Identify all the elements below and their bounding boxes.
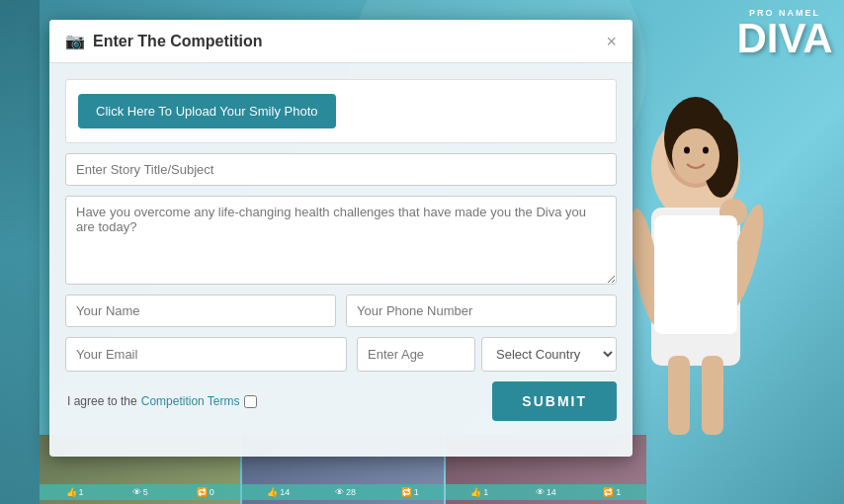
- terms-row: I agree to the Competition Terms: [65, 394, 257, 408]
- share-group-2: 🔁 1: [401, 487, 419, 497]
- upload-area: Click Here To Upload Your Smily Photo: [65, 79, 617, 143]
- thumb-icons-3: 👍 1 👁 14 🔁 1: [446, 484, 646, 500]
- like-icon-1: 👍: [66, 487, 77, 497]
- share-icon-1: 🔁: [197, 487, 208, 497]
- view-icon-1: 👁: [132, 487, 141, 497]
- view-count-1: 5: [143, 487, 148, 497]
- share-count-3: 1: [616, 487, 621, 497]
- thumb-icons-2: 👍 14 👁 28 🔁 1: [242, 484, 443, 500]
- close-button[interactable]: ×: [606, 33, 617, 50]
- svg-point-7: [703, 147, 709, 154]
- email-age-row: Select Country United States United King…: [65, 337, 617, 372]
- name-input[interactable]: [65, 294, 336, 327]
- terms-submit-row: I agree to the Competition Terms SUBMIT: [65, 381, 617, 421]
- view-group-1: 👁 5: [132, 487, 148, 497]
- like-group-1: 👍 1: [66, 487, 84, 497]
- view-icon-3: 👁: [536, 487, 545, 497]
- share-group-3: 🔁 1: [603, 487, 621, 497]
- like-count-3: 1: [483, 487, 488, 497]
- competition-modal: 📷 Enter The Competition × Click Here To …: [49, 20, 633, 457]
- logo-title: DIVA: [736, 18, 832, 59]
- terms-prefix: I agree to the: [67, 394, 137, 408]
- terms-checkbox[interactable]: [244, 395, 257, 408]
- like-count-2: 14: [280, 487, 290, 497]
- age-country-group: Select Country United States United King…: [357, 337, 617, 372]
- age-input[interactable]: [357, 337, 475, 372]
- share-icon-2: 🔁: [401, 487, 412, 497]
- country-select[interactable]: Select Country United States United King…: [481, 337, 617, 372]
- like-icon-3: 👍: [470, 487, 481, 497]
- view-icon-2: 👁: [335, 487, 344, 497]
- logo: PRO NAMEL DIVA: [735, 8, 834, 77]
- share-count-1: 0: [210, 487, 214, 497]
- svg-rect-12: [668, 356, 690, 435]
- terms-link[interactable]: Competition Terms: [141, 394, 240, 408]
- like-group-2: 👍 14: [267, 487, 290, 497]
- modal-body: Click Here To Upload Your Smily Photo Se…: [49, 63, 633, 437]
- modal-title-row: 📷 Enter The Competition: [65, 32, 263, 50]
- like-count-1: 1: [79, 487, 84, 497]
- share-group-1: 🔁 0: [197, 487, 214, 497]
- submit-button[interactable]: SUBMIT: [492, 381, 617, 421]
- thumb-icons-1: 👍 1 👁 5 🔁 0: [40, 484, 240, 500]
- svg-point-5: [672, 128, 719, 184]
- view-group-2: 👁 28: [335, 487, 356, 497]
- story-textarea[interactable]: [65, 196, 617, 285]
- svg-point-6: [684, 147, 690, 154]
- view-group-3: 👁 14: [536, 487, 556, 497]
- svg-rect-11: [654, 215, 737, 334]
- like-group-3: 👍 1: [470, 487, 488, 497]
- svg-rect-13: [702, 356, 723, 435]
- view-count-2: 28: [346, 487, 356, 497]
- left-strip: [0, 0, 40, 504]
- share-icon-3: 🔁: [603, 487, 614, 497]
- modal-header: 📷 Enter The Competition ×: [49, 20, 633, 63]
- modal-title: Enter The Competition: [93, 33, 263, 50]
- upload-button[interactable]: Click Here To Upload Your Smily Photo: [78, 94, 336, 128]
- camera-icon: 📷: [65, 32, 85, 50]
- email-input[interactable]: [65, 337, 347, 372]
- name-phone-row: [65, 294, 617, 327]
- story-title-input[interactable]: [65, 153, 617, 186]
- view-count-3: 14: [547, 487, 556, 497]
- share-count-2: 1: [414, 487, 419, 497]
- phone-input[interactable]: [346, 294, 617, 327]
- like-icon-2: 👍: [267, 487, 278, 497]
